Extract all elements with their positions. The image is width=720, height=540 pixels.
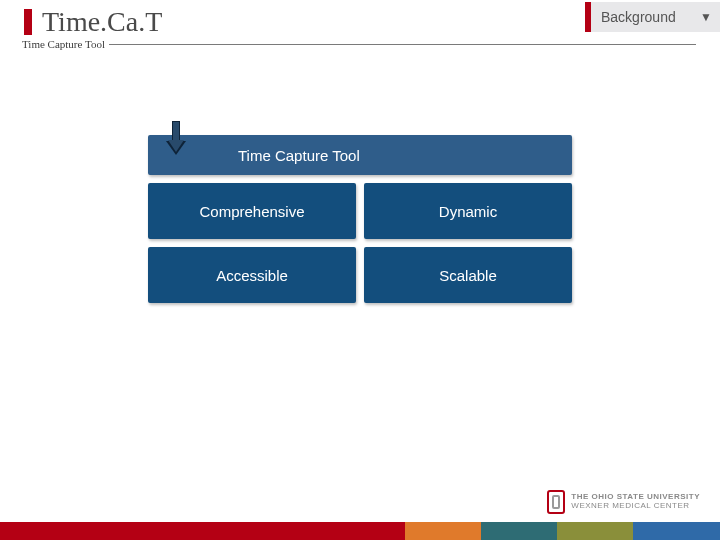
osu-block-o-icon [547,490,565,514]
smartart-cell: Dynamic [364,183,572,239]
osu-logo-line2: WEXNER MEDICAL CENTER [571,502,700,511]
svg-rect-2 [173,122,179,140]
footer-bar-olive [557,522,633,540]
smartart-row-2: Accessible Scalable [148,247,572,303]
header-divider [24,44,696,45]
svg-rect-0 [172,121,180,141]
title-accent-bar [24,9,32,35]
footer-bar-orange [405,522,481,540]
osu-logo: THE OHIO STATE UNIVERSITY WEXNER MEDICAL… [547,490,700,514]
smartart-cell: Comprehensive [148,183,356,239]
smartart-diagram: Time Capture Tool Comprehensive Dynamic … [148,135,572,303]
smartart-row-1: Comprehensive Dynamic [148,183,572,239]
section-badge: Background ▼ [585,2,720,32]
footer-bar-blue [633,522,720,540]
footer-color-bars [0,522,720,540]
footer-bar-red [0,522,405,540]
slide-subtitle: Time Capture Tool [22,38,109,50]
footer-bar-teal [481,522,557,540]
osu-logo-text: THE OHIO STATE UNIVERSITY WEXNER MEDICAL… [571,493,700,511]
svg-marker-3 [168,140,184,152]
slide: Time.Ca.T Time Capture Tool Background ▼… [0,0,720,540]
smartart-cell: Scalable [364,247,572,303]
smartart-header: Time Capture Tool [148,135,572,175]
section-badge-label: Background [601,9,676,25]
download-arrow-icon [162,121,190,157]
chevron-down-icon: ▼ [700,10,712,24]
slide-title: Time.Ca.T [42,6,162,38]
smartart-title: Time Capture Tool [238,147,360,164]
title-block: Time.Ca.T [24,6,162,38]
smartart-cell: Accessible [148,247,356,303]
svg-marker-1 [166,141,186,155]
